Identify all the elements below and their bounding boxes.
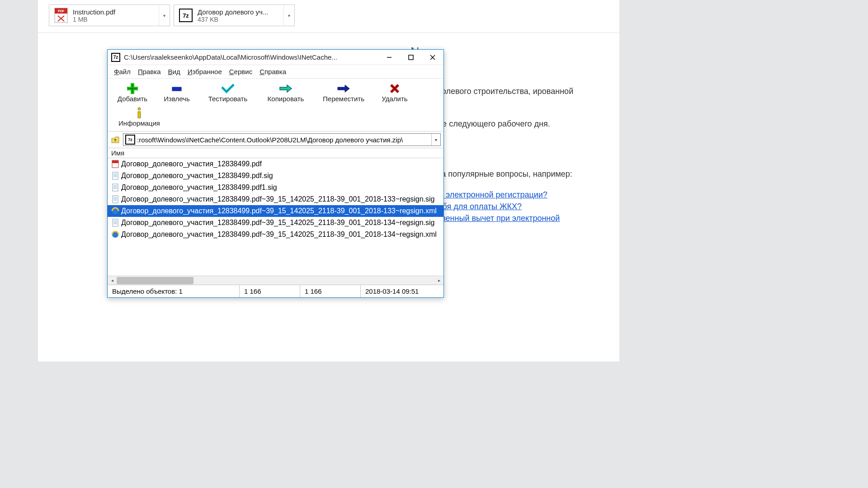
test-button[interactable]: Тестировать [199,80,257,105]
file-row[interactable]: Договор_долевого_участия_12838499.pdf~39… [108,217,443,229]
svg-rect-9 [172,87,181,91]
divider [38,33,619,33]
svg-rect-22 [113,196,118,203]
attachments-bar: PDF Instruction.pdf 1 MB ▾ 7z Договор до… [38,0,619,31]
arrow-right-solid-icon [337,83,350,94]
svg-text:7z: 7z [183,12,189,19]
address-bar: 7z :rosoft\Windows\INetCache\Content.Out… [108,131,443,148]
attachment-dropdown[interactable]: ▾ [159,5,170,26]
column-header[interactable]: Имя [108,148,443,158]
pdf-icon: PDF [53,7,69,23]
scroll-right-button[interactable]: ▸ [434,276,443,285]
arrow-right-outline-icon [279,83,292,94]
file-name: Договор_долевого_участия_12838499.pdf~39… [121,195,434,203]
minimize-button[interactable] [378,50,400,65]
scroll-thumb[interactable] [117,277,193,284]
scroll-track[interactable] [117,276,434,285]
status-size2: 1 166 [300,285,361,297]
sevenz-app-icon: 7z [111,53,120,62]
info-icon [135,108,144,118]
svg-text:PDF: PDF [58,9,65,13]
maximize-button[interactable] [400,50,422,65]
status-date: 2018-03-14 09:51 [361,285,443,297]
txt-file-icon [111,195,119,203]
txt-file-icon [111,183,119,192]
txt-file-icon [111,172,119,180]
attachment-size: 1 MB [73,16,159,23]
attachment-item[interactable]: 7z Договор долевого уч... 437 KB ▾ [174,5,295,26]
status-size1: 1 166 [240,285,300,297]
folder-up-icon [111,135,120,144]
file-row[interactable]: Договор_долевого_участия_12838499.pdf [108,158,443,170]
plus-icon [127,83,138,94]
horizontal-scrollbar[interactable]: ◂ ▸ [108,276,443,285]
attachment-dropdown[interactable]: ▾ [283,5,294,26]
svg-point-10 [138,108,141,110]
minimize-icon [387,55,392,60]
svg-rect-13 [112,160,118,163]
move-button[interactable]: Переместить [315,80,373,105]
menubar: Файл Правка Вид Избранное Сервис Справка [108,65,443,79]
attachment-item[interactable]: PDF Instruction.pdf 1 MB ▾ [49,5,170,26]
menu-file[interactable]: Файл [111,67,133,76]
path-combo[interactable]: 7z :rosoft\Windows\INetCache\Content.Out… [123,133,441,146]
sevenzip-window: 7z C:\Users\raalekseenko\AppData\Local\M… [107,49,444,298]
txt-file-icon [111,219,119,227]
file-name: Договор_долевого_участия_12838499.pdf~39… [121,230,437,239]
status-selection: Выделено объектов: 1 [108,285,240,297]
file-row[interactable]: Договор_долевого_участия_12838499.pdf~39… [108,229,443,240]
toolbar: Добавить Извлечь Тестировать Копировать … [108,79,443,131]
titlebar[interactable]: 7z C:\Users\raalekseenko\AppData\Local\M… [108,50,443,65]
path-text: :rosoft\Windows\INetCache\Content.Outloo… [137,136,431,144]
maximize-icon [408,55,414,60]
column-name[interactable]: Имя [111,149,124,157]
attachment-size: 437 KB [198,16,283,23]
extract-button[interactable]: Извлечь [155,80,199,105]
file-row[interactable]: Договор_долевого_участия_12838499.pdf~39… [108,193,443,205]
ie-file-icon [111,207,119,215]
file-name: Договор_долевого_участия_12838499.pdf~39… [121,219,434,227]
menu-tools[interactable]: Сервис [226,67,255,76]
close-icon [430,55,435,60]
svg-rect-11 [138,112,141,118]
add-button[interactable]: Добавить [110,80,155,105]
attachment-name: Instruction.pdf [73,8,159,16]
up-button[interactable] [110,135,120,145]
check-icon [221,83,235,94]
sevenz-icon: 7z [178,7,194,23]
file-row[interactable]: Договор_долевого_участия_12838499.pdf~39… [108,205,443,217]
status-bar: Выделено объектов: 1 1 166 1 166 2018-03… [108,285,443,297]
info-button[interactable]: Информация [110,105,168,129]
svg-rect-27 [113,219,118,226]
scroll-left-button[interactable]: ◂ [108,276,117,285]
svg-rect-6 [409,55,413,60]
ie-file-icon [111,230,119,239]
copy-button[interactable]: Копировать [257,80,315,105]
menu-view[interactable]: Вид [165,67,183,76]
file-row[interactable]: Договор_долевого_участия_12838499.pdf1.s… [108,182,443,193]
chevron-down-icon[interactable]: ▾ [431,134,440,145]
menu-help[interactable]: Справка [257,67,289,76]
menu-edit[interactable]: Правка [135,67,164,76]
close-button[interactable] [422,50,443,65]
sevenz-icon: 7z [125,135,135,145]
svg-rect-18 [113,184,118,191]
minus-icon [171,83,182,94]
file-list[interactable]: Договор_долевого_участия_12838499.pdfДог… [108,158,443,276]
file-name: Договор_долевого_участия_12838499.pdf1.s… [121,183,277,192]
file-row[interactable]: Договор_долевого_участия_12838499.pdf.si… [108,170,443,182]
svg-rect-14 [113,172,118,179]
menu-favorites[interactable]: Избранное [185,67,225,76]
attachment-name: Договор долевого уч... [198,8,283,16]
window-title: C:\Users\raalekseenko\AppData\Local\Micr… [124,53,378,61]
file-name: Договор_долевого_участия_12838499.pdf~39… [121,207,437,215]
file-name: Договор_долевого_участия_12838499.pdf.si… [121,172,273,180]
x-icon [390,83,400,94]
delete-button[interactable]: Удалить [373,80,417,105]
file-name: Договор_долевого_участия_12838499.pdf [121,160,262,168]
pdf-file-icon [111,160,119,168]
